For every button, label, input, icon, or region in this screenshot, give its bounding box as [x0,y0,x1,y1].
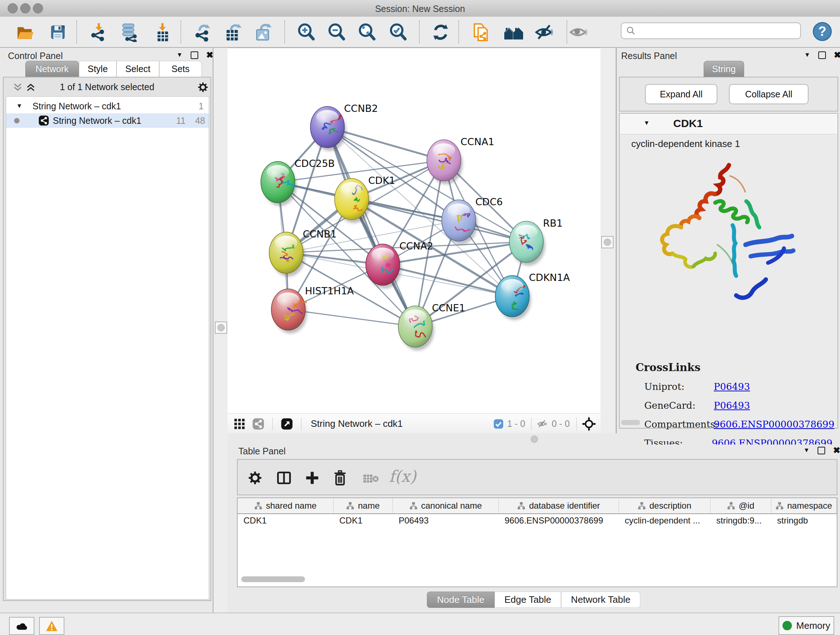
table-cell[interactable]: CDK1 [333,513,393,528]
control-panel-close-icon[interactable]: ✖ [206,51,213,59]
import-table-from-file-button[interactable] [152,22,172,43]
export-table-button[interactable] [223,22,244,43]
search-input[interactable] [636,25,789,36]
tab-string[interactable]: String [704,61,744,77]
memory-button[interactable]: Memory [778,616,834,635]
table-panel: Table Panel ▼ ✖ [227,445,840,613]
column-header--id[interactable]: @id [711,498,771,513]
network-canvas[interactable]: CCNB2CCNA1CDC25BCDK1CDC6RB1CCNB1CCNA2CDK… [227,48,600,414]
column-header-canonical-name[interactable]: canonical name [393,498,499,513]
table-cell[interactable]: stringdb [771,513,837,528]
network-node-CCNA1[interactable] [427,140,463,184]
save-session-button[interactable] [47,22,68,43]
gene-card-header[interactable]: ▼ CDK1 [620,114,837,134]
table-cell[interactable]: CDK1 [238,513,333,528]
tab-sets[interactable]: Sets [159,61,202,77]
gene-collapse-icon[interactable]: ▼ [644,119,650,127]
network-node-RB1[interactable] [509,221,545,266]
network-node-CDK1[interactable] [335,179,370,223]
tab-edge-table[interactable]: Edge Table [494,592,561,608]
table-options-gear-icon[interactable] [248,470,262,485]
tab-node-table[interactable]: Node Table [427,592,494,608]
network-row-selected[interactable]: String Network – cdk1 11 48 [6,113,209,128]
control-panel-float-icon[interactable] [191,51,198,59]
selected-checkbox-icon[interactable] [493,419,504,429]
network-node-CCNA2[interactable] [366,244,401,288]
detach-view-icon[interactable] [281,418,293,430]
network-collection-row[interactable]: ▼ String Network – cdk1 1 [6,99,209,113]
table-cell[interactable]: 9606.ENSP00000378699 [499,513,619,528]
open-session-button[interactable] [14,22,35,43]
network-node-CDKN1A[interactable] [495,276,531,320]
results-panel-menu-icon[interactable]: ▼ [804,51,810,59]
import-network-from-database-button[interactable] [119,22,140,43]
tab-style[interactable]: Style [79,61,117,77]
column-header-name[interactable]: name [333,498,393,513]
tab-network[interactable]: Network [25,61,79,77]
warnings-button[interactable] [39,617,65,635]
expand-all-button[interactable]: Expand All [645,84,717,104]
function-builder-icon[interactable]: f(x) [389,467,416,486]
apply-layout-button[interactable] [430,22,451,43]
results-panel: Results Panel ▼ ✖ String Expand All Coll… [616,48,840,433]
column-header-shared-name[interactable]: shared name [238,498,333,513]
export-image-button[interactable] [253,22,274,43]
network-node-CCNB2[interactable] [310,106,346,151]
crosslink-value-link[interactable]: P06493 [714,400,750,411]
splitter-grip[interactable] [215,321,227,334]
table-cell[interactable]: stringdb:9... [711,513,771,528]
table-panel-float-icon[interactable] [818,447,825,454]
birds-eye-grid-icon[interactable] [233,418,246,430]
network-node-CCNE1[interactable] [398,306,434,350]
fit-content-button[interactable] [356,22,377,43]
zoom-in-button[interactable] [295,22,317,43]
pan-crosshair-icon[interactable] [582,417,596,431]
network-node-CDC6[interactable] [442,200,477,244]
delete-columns-trash-icon[interactable] [332,470,347,486]
table-cell[interactable]: cyclin-dependent ... [619,513,711,528]
horizontal-scrollbar-thumb[interactable] [621,420,640,425]
clone-network-button[interactable] [471,22,492,43]
left-splitter[interactable] [213,48,228,613]
node-table[interactable]: shared namenamecanonical namedatabase id… [237,497,837,587]
tree-collapse-icon[interactable]: ▼ [16,103,22,110]
table-cell[interactable]: P06493 [393,513,499,528]
results-panel-float-icon[interactable] [818,51,826,59]
help-button[interactable]: ? [813,22,832,43]
hide-selected-button[interactable] [534,22,555,43]
crosslink-value-link[interactable]: 9606.ENSP00000378699 [714,419,834,430]
zoom-selected-button[interactable] [387,22,409,43]
column-header-description[interactable]: description [619,498,711,513]
table-hscrollbar-thumb[interactable] [241,576,305,582]
delete-table-icon[interactable] [363,473,379,484]
crosslink-value-link[interactable]: P06493 [714,381,750,392]
results-panel-close-icon[interactable]: ✖ [834,51,840,59]
collapse-all-button[interactable]: Collapse All [729,84,808,104]
network-node-CCNB1[interactable] [269,232,305,277]
table-panel-close-icon[interactable]: ✖ [833,446,840,455]
table-panel-menu-icon[interactable]: ▼ [804,447,810,454]
search-bar[interactable] [621,22,801,39]
node-label-CDC25B: CDC25B [294,158,335,169]
zoom-out-button[interactable] [326,22,347,43]
table-row[interactable]: CDK1CDK1P064939606.ENSP00000378699cyclin… [238,513,837,528]
tab-network-table[interactable]: Network Table [561,592,640,608]
import-network-from-file-button[interactable] [88,22,109,43]
hidden-eye-icon[interactable] [537,418,548,430]
tab-select[interactable]: Select [117,61,159,77]
column-header-database-identifier[interactable]: database identifier [499,498,619,513]
network-badge-icon[interactable] [252,418,264,430]
network-node-HIST1H1A[interactable] [271,289,307,333]
show-all-button[interactable] [568,22,589,43]
control-panel-menu-icon[interactable]: ▼ [177,51,183,59]
splitter-grip[interactable] [601,236,614,249]
cloud-status-button[interactable] [9,617,34,635]
show-columns-icon[interactable] [277,470,291,485]
column-header-namespace[interactable]: namespace [771,498,837,513]
network-options-gear-icon[interactable] [197,82,208,93]
create-column-plus-icon[interactable] [305,470,319,485]
export-network-button[interactable] [192,22,213,43]
splitter-grip[interactable] [531,435,538,443]
first-neighbors-button[interactable] [503,22,524,43]
right-splitter[interactable] [600,48,616,433]
